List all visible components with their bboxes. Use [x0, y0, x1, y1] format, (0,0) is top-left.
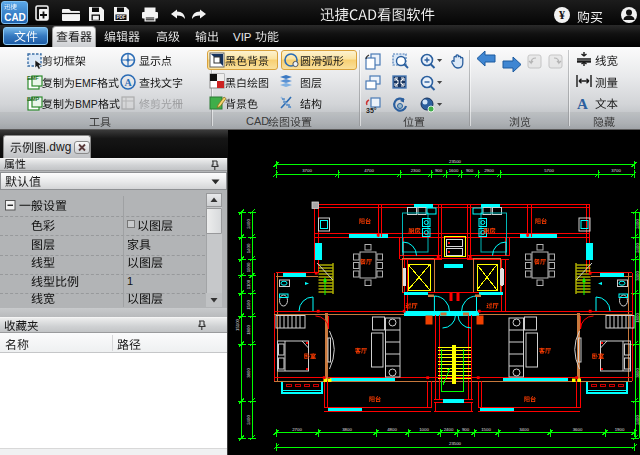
svg-text:3800: 3800 [635, 368, 640, 378]
svg-text:1500: 1500 [481, 427, 491, 432]
svg-text:1: 1 [127, 275, 133, 287]
svg-text:23500: 23500 [449, 159, 462, 164]
svg-text:1100: 1100 [246, 279, 251, 289]
svg-text:EMF: EMF [75, 77, 97, 89]
svg-text:1800: 1800 [635, 313, 640, 323]
svg-text:2400: 2400 [635, 415, 640, 425]
svg-text:3400: 3400 [519, 427, 529, 432]
svg-text:900: 900 [466, 168, 474, 173]
svg-text:2400: 2400 [635, 243, 640, 253]
svg-text:2400: 2400 [444, 427, 454, 432]
svg-text:23500: 23500 [449, 441, 462, 446]
svg-text:35°: 35° [366, 107, 377, 114]
svg-text:15100: 15100 [235, 318, 240, 331]
svg-text:1000: 1000 [419, 427, 429, 432]
svg-text:EMF: EMF [27, 75, 39, 81]
svg-text:3600: 3600 [573, 427, 583, 432]
svg-text:.dwg: .dwg [46, 140, 71, 154]
svg-text:1400: 1400 [246, 243, 251, 253]
svg-text:2400: 2400 [635, 219, 640, 229]
svg-text:1500: 1500 [246, 300, 251, 310]
svg-text:4800: 4800 [387, 427, 397, 432]
svg-text:1600: 1600 [449, 168, 459, 173]
svg-text:A: A [124, 77, 132, 88]
svg-text:3800: 3800 [342, 427, 352, 432]
svg-text:900: 900 [435, 168, 443, 173]
svg-text:2900: 2900 [484, 168, 494, 173]
svg-text:2400: 2400 [246, 415, 251, 425]
svg-text:BMP: BMP [27, 96, 40, 102]
svg-text:2300: 2300 [411, 168, 421, 173]
svg-text:BMP: BMP [75, 98, 98, 110]
svg-text:900: 900 [462, 427, 470, 432]
svg-text:¥: ¥ [559, 8, 565, 22]
svg-text:1800: 1800 [246, 325, 251, 335]
svg-text:4700: 4700 [364, 168, 374, 173]
svg-text:3300: 3300 [635, 271, 640, 281]
svg-text:CAD: CAD [246, 115, 269, 127]
svg-text:1900: 1900 [615, 427, 625, 432]
svg-text:PDF: PDF [117, 15, 126, 20]
svg-text:2400: 2400 [246, 219, 251, 229]
svg-text:1000: 1000 [246, 262, 251, 272]
svg-text:A: A [577, 96, 588, 112]
svg-text:CAD: CAD [4, 12, 26, 23]
svg-text:3700: 3700 [611, 168, 621, 173]
svg-text:3800: 3800 [246, 368, 251, 378]
svg-text:2700: 2700 [292, 427, 302, 432]
svg-text:5700: 5700 [544, 168, 554, 173]
svg-text:VIP: VIP [233, 31, 252, 43]
svg-text:3700: 3700 [302, 168, 312, 173]
